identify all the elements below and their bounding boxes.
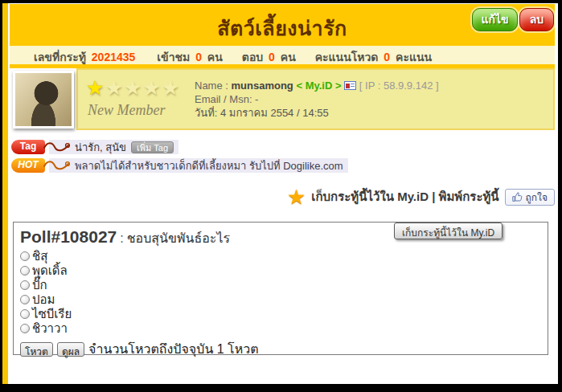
- replies-count: 0: [266, 51, 277, 63]
- radio-button[interactable]: [20, 309, 30, 319]
- views-stat: เข้าชม 0 คน: [157, 48, 222, 66]
- hot-strip: พลาดไม่ได้สำหรับชาวเด็กดีที่เลี้ยงหมา รั…: [49, 158, 348, 173]
- votes-count: 0: [381, 51, 392, 63]
- radio-button[interactable]: [20, 324, 30, 333]
- tooltip: เก็บกระทู้นี้ไว้ใน My.iD: [394, 223, 503, 239]
- like-button[interactable]: ถูกใจ: [505, 189, 555, 206]
- views-count: 0: [193, 51, 204, 63]
- member-rating-stars: ★★★★★: [86, 76, 180, 100]
- action-links: เก็บกระทู้นี้ไว้ใน My.iD | พิมพ์กระทู้นี…: [311, 187, 498, 206]
- hot-promo-link[interactable]: พลาดไม่ได้สำหรับชาวเด็กดีที่เลี้ยงหมา รั…: [75, 157, 343, 174]
- tag-values[interactable]: น่ารัก, สุนัข: [75, 139, 126, 156]
- poll-box: Poll#108027:ชอบสุนัขพันธ์อะไร ชิสุ พุดเด…: [13, 222, 548, 355]
- member-email-line: Email / Msn: -: [195, 92, 439, 106]
- member-info-panel: ★★★★★ New Member Name : munsamong < My.i…: [76, 68, 555, 130]
- like-button-label: ถูกใจ: [526, 190, 548, 205]
- star-icon: ★: [124, 76, 142, 99]
- thread-header: สัตว์เลี้ยงน่ารัก แก้ไข ลบ: [10, 4, 555, 46]
- add-tag-button[interactable]: เพิ่ม Tag: [131, 141, 174, 153]
- member-rank-label: New Member: [88, 102, 165, 119]
- links-separator: |: [432, 190, 435, 203]
- poll-option[interactable]: ชิสุ: [20, 249, 541, 263]
- forum-page: สัตว์เลี้ยงน่ารัก แก้ไข ลบ เลขที่กระทู้ …: [2, 3, 558, 384]
- poll-footer: โหวต ดูผล จำนวนโหวตถึงปัจจุบัน 1 โหวต: [20, 339, 541, 359]
- myid-link[interactable]: < My.iD >: [296, 80, 341, 92]
- star-icon: ★: [142, 76, 161, 99]
- poll-option[interactable]: ไซบีเรีย: [20, 307, 541, 321]
- ip-address: [ IP : 58.9.9.142 ]: [359, 80, 439, 92]
- radio-button[interactable]: [20, 295, 30, 304]
- radio-button[interactable]: [20, 266, 30, 276]
- star-icon: ★: [162, 76, 180, 99]
- edit-button[interactable]: แก้ไข: [472, 8, 518, 31]
- left-gold-stripe: [2, 3, 8, 384]
- member-details: Name : munsamong < My.iD > [ IP : 58.9.9…: [195, 79, 439, 120]
- post-date-line: วันที่: 4 มกราคม 2554 / 14:55: [195, 106, 439, 120]
- member-name: munsamong: [232, 80, 293, 92]
- view-results-button[interactable]: ดูผล: [57, 342, 84, 357]
- star-icon: ★: [86, 76, 105, 99]
- poll-option[interactable]: ปั๊ก: [20, 278, 541, 292]
- poll-separator: :: [117, 231, 126, 245]
- poll-option[interactable]: ชิวาวา: [20, 321, 541, 336]
- vote-button[interactable]: โหวต: [20, 342, 53, 357]
- save-to-myid-link[interactable]: เก็บกระทู้นี้ไว้ใน My.iD: [311, 190, 429, 203]
- radio-button[interactable]: [20, 280, 30, 290]
- rope-icon: [42, 141, 71, 153]
- tag-badge: Tag: [11, 140, 45, 154]
- poll-question: ชอบสุนัขพันธ์อะไร: [127, 231, 230, 245]
- delete-button[interactable]: ลบ: [519, 8, 554, 31]
- print-thread-link[interactable]: พิมพ์กระทู้นี้: [439, 190, 499, 203]
- poll-option[interactable]: พุดเดิ้ล: [20, 263, 541, 278]
- poll-total-text: จำนวนโหวตถึงปัจจุบัน 1 โหวต: [88, 339, 259, 359]
- topic-number: 2021435: [89, 51, 138, 63]
- thumbs-up-icon: [512, 192, 523, 202]
- star-icon: ★: [105, 76, 123, 99]
- rope-icon: [42, 159, 71, 172]
- bookmark-star-icon: ★: [287, 188, 306, 206]
- poll-option[interactable]: ปอม: [20, 292, 541, 307]
- replies-stat: ตอบ 0 คน: [242, 48, 296, 66]
- poll-id: Poll#108027: [20, 227, 117, 246]
- poll-options: ชิสุ พุดเดิ้ล ปั๊ก ปอม ไซบีเรีย ชิวาวา: [20, 249, 541, 336]
- thread-actions-row: ★ เก็บกระทู้นี้ไว้ใน My.iD | พิมพ์กระทู้…: [287, 186, 555, 207]
- member-name-line: Name : munsamong < My.iD > [ IP : 58.9.9…: [195, 79, 439, 92]
- topic-number-stat: เลขที่กระทู้ 2021435: [34, 48, 137, 66]
- id-card-icon[interactable]: [344, 81, 356, 90]
- radio-button[interactable]: [20, 251, 30, 261]
- votes-stat: คะแนนโหวด 0 คะแนน: [315, 48, 432, 66]
- poll-option-label: ชิวาวา: [32, 319, 68, 338]
- hot-badge: HOT: [11, 158, 45, 173]
- avatar-image: [15, 73, 72, 126]
- avatar[interactable]: [13, 71, 74, 129]
